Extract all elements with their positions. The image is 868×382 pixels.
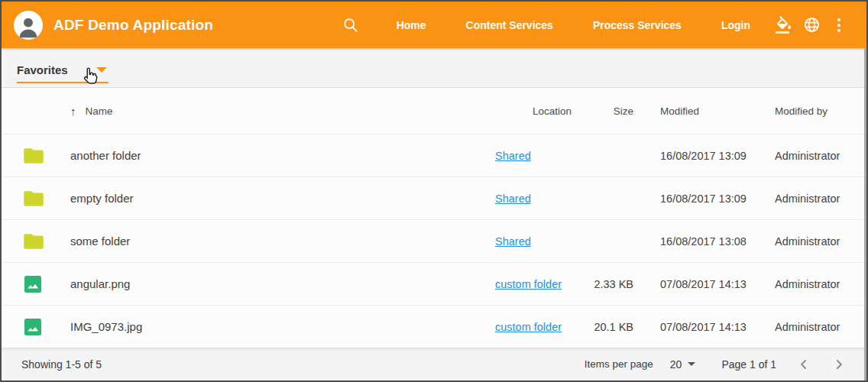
location-link[interactable]: custom folder <box>495 278 562 290</box>
search-icon <box>342 17 359 34</box>
location-link[interactable]: Shared <box>495 193 531 205</box>
chevron-down-icon <box>688 362 695 366</box>
file-size: 20.1 KB <box>572 321 633 333</box>
table-row[interactable]: angular.png custom folder 2.33 KB 07/08/… <box>2 262 866 305</box>
nav-content-services[interactable]: Content Services <box>455 11 564 39</box>
table-row[interactable]: another folder Shared 16/08/2017 13:09 A… <box>2 134 866 176</box>
file-name[interactable]: some folder <box>70 235 495 248</box>
app-title: ADF Demo Application <box>53 17 213 34</box>
app-window: ADF Demo Application Home Content Servic… <box>0 0 868 382</box>
modified-by: Administrator <box>775 193 866 205</box>
document-list: ↑ Name Location Size Modified Modified b… <box>2 88 866 348</box>
chevron-left-icon <box>796 357 811 372</box>
column-header-location[interactable]: Location <box>495 105 572 117</box>
kebab-icon <box>837 18 840 32</box>
column-header-modified-by[interactable]: Modified by <box>775 105 866 117</box>
column-header-size[interactable]: Size <box>572 105 633 117</box>
file-name[interactable]: empty folder <box>70 192 495 205</box>
items-per-page-select[interactable]: 20 <box>670 358 696 371</box>
nav-login[interactable]: Login <box>711 11 761 39</box>
table-row[interactable]: IMG_0973.jpg custom folder 20.1 KB 07/08… <box>2 305 866 348</box>
file-size: 2.33 KB <box>572 278 633 290</box>
scrollbar[interactable] <box>864 48 866 380</box>
showing-range: Showing 1-5 of 5 <box>21 358 102 371</box>
modified-by: Administrator <box>775 321 866 333</box>
location-link[interactable]: Shared <box>495 150 531 162</box>
modified-date: 16/08/2017 13:08 <box>660 235 775 248</box>
folder-icon <box>24 233 44 250</box>
app-header: ADF Demo Application Home Content Servic… <box>2 2 866 48</box>
page-info: Page 1 of 1 <box>721 358 776 371</box>
modified-date: 07/08/2017 14:13 <box>660 321 775 333</box>
column-header-modified[interactable]: Modified <box>660 105 775 117</box>
modified-by: Administrator <box>775 150 866 162</box>
more-menu-button[interactable] <box>825 11 853 39</box>
view-selector-label: Favorites <box>17 63 68 76</box>
table-row[interactable]: some folder Shared 16/08/2017 13:08 Admi… <box>2 219 866 262</box>
location-link[interactable]: custom folder <box>495 321 562 333</box>
modified-date: 07/08/2017 14:13 <box>660 278 775 290</box>
table-header-row: ↑ Name Location Size Modified Modified b… <box>2 88 866 134</box>
image-file-icon <box>24 318 42 336</box>
paint-bucket-icon <box>775 16 793 34</box>
hand-cursor-icon <box>81 66 101 86</box>
theme-color-button[interactable] <box>770 11 798 39</box>
view-selector-bar: Favorites <box>2 48 866 88</box>
person-icon <box>15 14 41 40</box>
modified-date: 16/08/2017 13:09 <box>660 150 775 162</box>
image-file-icon <box>24 275 42 293</box>
next-page-button[interactable] <box>831 357 847 372</box>
previous-page-button[interactable] <box>796 357 811 372</box>
table-row[interactable]: empty folder Shared 16/08/2017 13:09 Adm… <box>2 176 866 219</box>
location-link[interactable]: Shared <box>495 235 531 248</box>
chevron-right-icon <box>831 357 847 372</box>
modified-date: 16/08/2017 13:09 <box>660 193 775 205</box>
file-name[interactable]: IMG_0973.jpg <box>70 320 495 333</box>
search-button[interactable] <box>337 11 364 39</box>
nav-home[interactable]: Home <box>386 11 437 39</box>
items-per-page-label: Items per page <box>585 358 653 370</box>
folder-icon <box>24 147 44 164</box>
folder-icon <box>24 190 44 207</box>
nav-process-services[interactable]: Process Services <box>582 11 692 39</box>
paginator: Showing 1-5 of 5 Items per page 20 Page … <box>2 348 866 380</box>
modified-by: Administrator <box>775 235 866 248</box>
language-button[interactable] <box>798 11 825 39</box>
file-name[interactable]: another folder <box>70 149 495 162</box>
avatar[interactable] <box>14 11 43 40</box>
sort-ascending-icon: ↑ <box>70 105 76 118</box>
globe-icon <box>803 16 821 34</box>
file-name[interactable]: angular.png <box>70 277 495 290</box>
modified-by: Administrator <box>775 278 866 290</box>
column-header-name[interactable]: ↑ Name <box>70 105 495 118</box>
